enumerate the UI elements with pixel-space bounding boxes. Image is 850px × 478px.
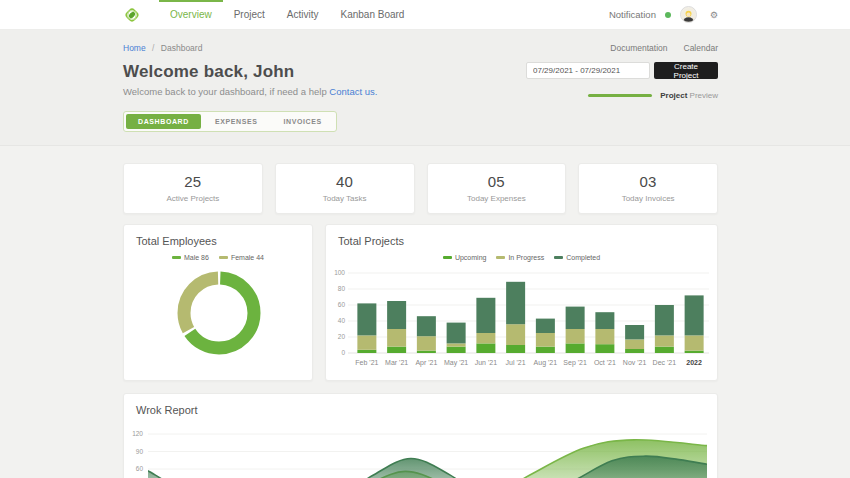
legend-label: Female 44	[231, 254, 264, 261]
legend-item[interactable]: In Progress	[496, 254, 544, 261]
bar-segment	[387, 329, 406, 347]
dashboard-tabs: DASHBOARD EXPENSES INVOICES	[123, 111, 337, 132]
svg-text:60: 60	[136, 465, 144, 472]
bar-segment	[566, 307, 585, 329]
nav-item-activity[interactable]: Activity	[276, 0, 330, 29]
legend-item[interactable]: Completed	[554, 254, 600, 261]
svg-text:80: 80	[338, 285, 346, 292]
donut-legend: Male 86Female 44	[124, 254, 312, 261]
svg-text:20: 20	[338, 333, 346, 340]
projects-bar-chart: 020406080100Feb '21Mar '21Apr '21May '21…	[326, 261, 717, 371]
svg-text:Oct '21: Oct '21	[594, 359, 616, 366]
bar-segment	[476, 343, 495, 353]
documentation-link[interactable]: Documentation	[610, 43, 667, 53]
bar-segment	[595, 329, 614, 344]
date-range-input[interactable]	[526, 62, 650, 79]
calendar-link[interactable]: Calendar	[684, 43, 719, 53]
bar-legend: UpcomingIn ProgressCompleted	[326, 254, 717, 261]
bar-segment	[417, 336, 436, 350]
legend-swatch	[219, 256, 228, 259]
project-preview-label-bold: Project	[660, 91, 687, 100]
project-progress-bar	[588, 94, 652, 97]
bar-segment	[506, 324, 525, 345]
stat-card-today-expenses: 05 Today Expenses	[427, 163, 567, 214]
total-projects-title: Total Projects	[326, 225, 717, 247]
bar-segment	[387, 301, 406, 329]
nav-item-kanban-board[interactable]: Kanban Board	[329, 0, 415, 29]
tab-dashboard[interactable]: DASHBOARD	[126, 114, 201, 129]
breadcrumb-home-link[interactable]: Home	[123, 43, 146, 53]
work-report-area-chart: 1209060300	[124, 422, 717, 478]
page-subtitle-text: Welcome back to your dashboard, if need …	[123, 86, 329, 97]
svg-text:Dec '21: Dec '21	[653, 359, 677, 366]
bar-segment	[595, 312, 614, 329]
bar-segment	[685, 351, 704, 353]
nav-item-project[interactable]: Project	[223, 0, 276, 29]
legend-item[interactable]: Male 86	[172, 254, 209, 261]
employees-donut-chart	[124, 261, 314, 365]
stat-card-active-projects: 25 Active Projects	[123, 163, 263, 214]
bar-segment	[357, 335, 376, 349]
bar-segment	[357, 350, 376, 353]
stat-label: Today Invoices	[579, 194, 717, 203]
bar-segment	[655, 305, 674, 335]
project-preview-label-light: Preview	[690, 91, 718, 100]
gear-icon[interactable]: ⚙	[710, 10, 718, 20]
svg-text:Sep '21: Sep '21	[563, 359, 587, 367]
svg-text:Aug '21: Aug '21	[534, 359, 558, 367]
work-report-card: Wrok Report 1209060300	[123, 393, 718, 478]
total-employees-card: Total Employees Male 86Female 44	[123, 224, 313, 381]
bar-segment	[387, 347, 406, 353]
bar-segment	[566, 329, 585, 343]
tab-expenses[interactable]: EXPENSES	[203, 114, 270, 129]
total-projects-card: Total Projects UpcomingIn ProgressComple…	[325, 224, 718, 381]
create-project-button[interactable]: Create Project	[654, 62, 718, 79]
breadcrumb-separator: /	[152, 43, 154, 53]
svg-text:120: 120	[132, 430, 143, 437]
bar-segment	[476, 333, 495, 343]
bar-segment	[447, 343, 466, 346]
contact-us-link[interactable]: Contact us.	[329, 86, 377, 97]
legend-label: Completed	[566, 254, 600, 261]
app-logo-icon[interactable]	[123, 0, 141, 29]
stat-value: 40	[276, 173, 414, 190]
legend-label: Male 86	[184, 254, 209, 261]
bar-segment	[447, 347, 466, 353]
bar-segment	[357, 303, 376, 335]
svg-text:Jun '21: Jun '21	[475, 359, 497, 366]
stat-card-today-tasks: 40 Today Tasks	[275, 163, 415, 214]
stat-value: 03	[579, 173, 717, 190]
stat-label: Today Tasks	[276, 194, 414, 203]
svg-text:100: 100	[334, 269, 345, 276]
nav-item-overview[interactable]: Overview	[159, 0, 223, 29]
legend-item[interactable]: Female 44	[219, 254, 264, 261]
bar-segment	[536, 319, 555, 333]
legend-label: Upcoming	[455, 254, 487, 261]
breadcrumb-current: Dashboard	[161, 43, 203, 53]
svg-text:Mar '21: Mar '21	[385, 359, 408, 366]
bar-segment	[506, 345, 525, 353]
bar-segment	[417, 351, 436, 353]
top-nav: Overview Project Activity Kanban Board N…	[0, 0, 850, 30]
notification-link[interactable]: Notification	[609, 9, 656, 20]
stat-card-today-invoices: 03 Today Invoices	[578, 163, 718, 214]
svg-text:Nov '21: Nov '21	[623, 359, 647, 366]
legend-swatch	[496, 256, 505, 259]
legend-swatch	[443, 256, 452, 259]
stat-label: Active Projects	[124, 194, 262, 203]
stat-label: Today Expenses	[428, 194, 566, 203]
bar-segment	[625, 339, 644, 349]
legend-item[interactable]: Upcoming	[443, 254, 487, 261]
tab-invoices[interactable]: INVOICES	[271, 114, 333, 129]
bar-segment	[625, 325, 644, 339]
svg-text:90: 90	[136, 448, 144, 455]
bar-segment	[417, 316, 436, 336]
bar-segment	[476, 298, 495, 333]
legend-label: In Progress	[508, 254, 544, 261]
stat-value: 25	[124, 173, 262, 190]
bar-segment	[566, 343, 585, 353]
user-avatar[interactable]	[680, 6, 697, 23]
bar-segment	[655, 335, 674, 346]
svg-text:40: 40	[338, 317, 346, 324]
bar-segment	[506, 282, 525, 324]
